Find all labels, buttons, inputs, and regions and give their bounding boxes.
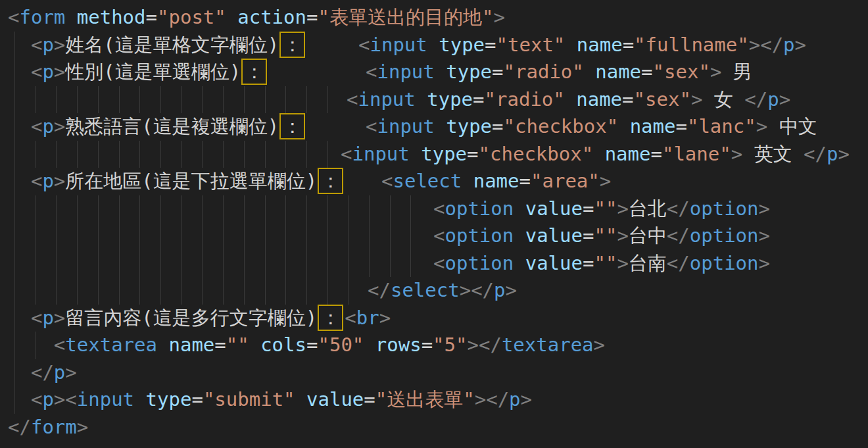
token-text: 男 — [721, 61, 752, 83]
code-line-4: <input type="radio" name="sex"> 女 </p> — [0, 86, 868, 114]
indent-guide — [160, 277, 161, 305]
token-string: "" — [594, 224, 617, 247]
indent-guide — [390, 195, 391, 223]
indent-guide — [56, 86, 57, 114]
indent-guide — [306, 86, 307, 114]
indent-guide — [139, 250, 140, 278]
token-text: 台北 — [629, 197, 667, 220]
token-punctuation: < — [54, 334, 65, 356]
indent-guide — [56, 277, 57, 305]
token-attribute-name: action — [226, 6, 306, 28]
indent-guide — [327, 195, 328, 223]
token-tag-name: select — [391, 279, 460, 301]
indent-guide — [77, 277, 78, 305]
indent-guide — [98, 222, 99, 250]
token-string: "radio" — [485, 88, 565, 111]
token-tag-name: p — [42, 34, 53, 56]
indent-guide — [181, 277, 182, 305]
indent-guide — [14, 359, 15, 387]
indent-guide — [160, 250, 161, 278]
indent-guide — [14, 59, 15, 86]
token-whitespace — [8, 170, 31, 192]
code-line-13: <textarea name="" cols="50" rows="5"></t… — [0, 332, 868, 359]
code-line-10: <option value="">台南</option> — [0, 250, 868, 278]
token-tag-name: input — [377, 115, 434, 137]
code-line-continuation: <input type="checkbox" name="lanc"> 中文 — [366, 113, 817, 141]
code-line-7: <p>所在地區(這是下拉選單欄位)：<select name="area"> — [0, 168, 868, 195]
token-equals: = — [214, 334, 226, 356]
token-attribute-name: value — [295, 388, 364, 411]
indent-guide — [285, 277, 286, 305]
code-editor[interactable]: <form method="post" action="表單送出的目的地"> <… — [0, 0, 868, 448]
code-line-11: </select></p> — [0, 277, 868, 305]
indent-guide — [265, 195, 266, 223]
token-text: 台南 — [629, 252, 667, 274]
token-string: "text" — [496, 34, 566, 56]
token-punctuation: > — [617, 197, 628, 220]
indent-guide — [56, 222, 57, 250]
code-line-2: <p>姓名(這是單格文字欄位)：<input type="text" name=… — [0, 32, 868, 59]
indent-guide — [223, 86, 224, 114]
code-line-continuation: <select name="area"> — [381, 168, 611, 195]
indent-guide — [369, 195, 370, 223]
indent-guide — [36, 86, 36, 114]
token-text: 女 — [702, 88, 744, 111]
token-punctuation: < — [31, 307, 42, 329]
indent-guide — [56, 195, 57, 223]
token-tag-name: textarea — [65, 334, 157, 356]
token-string: "表單送出的目的地" — [318, 6, 493, 28]
token-equals: = — [492, 61, 503, 83]
indent-guide — [181, 222, 182, 250]
indent-guide — [14, 250, 15, 278]
token-punctuation: < — [31, 115, 42, 137]
token-string: "" — [594, 252, 617, 274]
token-punctuation: < — [8, 6, 19, 28]
token-tag-name: p — [42, 307, 53, 329]
indent-guide — [98, 195, 99, 223]
indent-guide — [265, 277, 266, 305]
token-punctuation: > — [617, 224, 628, 247]
indent-guide — [306, 277, 307, 305]
token-tag-name: p — [42, 170, 53, 192]
token-string: "lanc" — [687, 115, 756, 137]
token-tag-name: p — [42, 388, 53, 411]
token-whitespace — [8, 115, 31, 137]
token-text: 留言內容(這是多行文字欄位) — [65, 307, 317, 329]
indent-guide — [139, 277, 140, 305]
token-tag-name: p — [42, 115, 53, 137]
token-punctuation: </ — [368, 279, 391, 301]
indent-guide — [56, 141, 57, 168]
token-punctuation: < — [31, 388, 42, 411]
token-punctuation: ></ — [468, 334, 502, 356]
indent-guide — [202, 222, 203, 250]
token-equals: = — [146, 6, 157, 28]
indent-guide — [160, 195, 161, 223]
code-line-6: <input type="checkbox" name="lane"> 英文 <… — [0, 141, 868, 168]
code-line-15: <p><input type="submit" value="送出表單"></p… — [0, 386, 868, 414]
indent-guide — [77, 222, 78, 250]
indent-guide — [327, 141, 328, 168]
unicode-highlight-box: ： — [318, 305, 343, 331]
token-tag-name: select — [393, 170, 462, 192]
code-line-12: <p>留言內容(這是多行文字欄位)：<br> — [0, 305, 868, 332]
indent-guide — [181, 195, 182, 223]
code-line-1: <form method="post" action="表單送出的目的地"> — [0, 4, 868, 32]
token-equals: = — [473, 88, 484, 111]
indent-guide — [202, 277, 203, 305]
token-punctuation: > — [506, 279, 517, 301]
token-attribute-name: type — [427, 34, 485, 56]
token-equals: = — [422, 334, 433, 356]
token-text: 英文 — [742, 143, 804, 165]
code-line-continuation: <option value="">台南</option> — [433, 250, 770, 278]
token-tag-name: br — [356, 307, 379, 329]
indent-guide — [223, 222, 224, 250]
token-attribute-name: name — [462, 170, 519, 192]
token-punctuation: > — [594, 334, 605, 356]
indent-guide — [14, 141, 15, 168]
token-attribute-name: type — [134, 388, 191, 411]
token-equals: = — [519, 170, 531, 192]
token-tag-name: option — [445, 224, 514, 247]
token-punctuation: >< — [54, 388, 77, 411]
token-punctuation: > — [54, 34, 65, 56]
token-whitespace — [8, 307, 31, 329]
